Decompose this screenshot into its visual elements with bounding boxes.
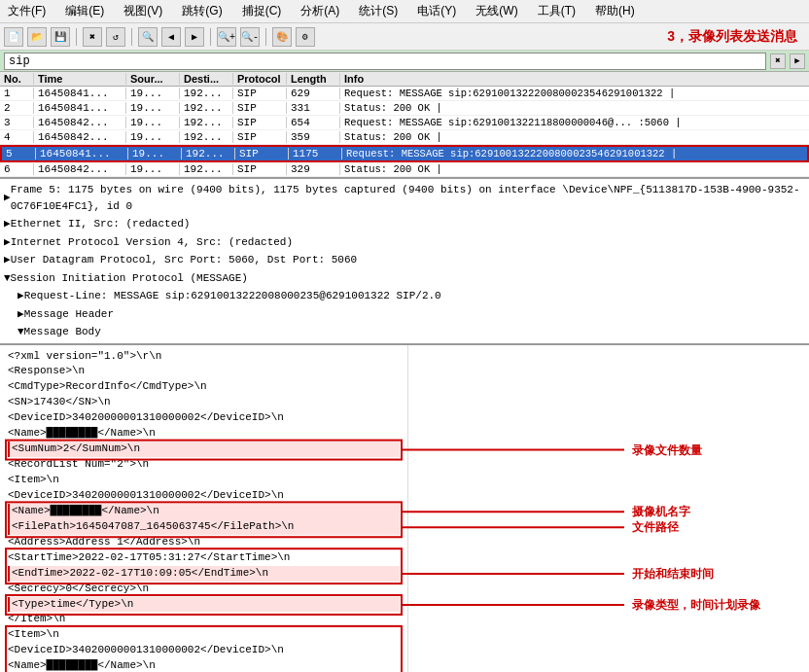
toolbar-colorize[interactable]: 🎨	[272, 27, 292, 47]
toolbar-prefs[interactable]: ⚙	[296, 27, 315, 47]
detail-toggle[interactable]: ▼	[4, 270, 11, 287]
detail-label: Message Header	[24, 306, 114, 323]
toolbar-sep2	[131, 28, 132, 46]
cell-src: 19...	[126, 102, 180, 114]
filter-clear[interactable]: ✖	[770, 53, 786, 69]
cell-info: Status: 200 OK |	[340, 102, 809, 114]
detail-label: Ethernet II, Src: (redacted)	[11, 216, 191, 232]
cell-no: 5	[2, 148, 36, 159]
detail-label: Session Initiation Protocol (MESSAGE)	[11, 270, 248, 287]
col-header-src: Sour...	[126, 73, 180, 85]
menu-help[interactable]: 帮助(H)	[591, 2, 639, 20]
cell-len: 1175	[289, 148, 342, 159]
annotations-side	[408, 345, 809, 673]
detail-label: Message Body	[24, 324, 101, 340]
xml-line: <Item>\n	[8, 627, 400, 643]
detail-row[interactable]: ▶ Ethernet II, Src: (redacted)	[4, 215, 805, 233]
filter-input[interactable]	[4, 53, 766, 70]
menu-capture[interactable]: 捕捉(C)	[238, 2, 286, 20]
menu-edit[interactable]: 编辑(E)	[61, 2, 108, 20]
detail-row[interactable]: ▶ User Datagram Protocol, Src Port: 5060…	[4, 251, 805, 269]
filter-bar: ✖ ▶	[0, 51, 809, 72]
toolbar-zoomout[interactable]: 🔍-	[240, 27, 260, 47]
cell-src: 19...	[126, 88, 180, 99]
table-row[interactable]: 1 16450841... 19... 192... SIP 629 Reque…	[0, 87, 809, 101]
detail-toggle[interactable]: ▶	[4, 306, 24, 323]
table-row[interactable]: 3 16450842... 19... 192... SIP 654 Reque…	[0, 116, 809, 130]
detail-row[interactable]: ▼ Message Body	[4, 323, 805, 341]
detail-toggle[interactable]: ▼	[4, 324, 24, 340]
cell-len: 331	[287, 102, 340, 114]
table-row[interactable]: 6 16450842... 19... 192... SIP 329 Statu…	[0, 162, 809, 177]
xml-line: <EndTime>2022-02-17T10:09:05</EndTime>\n	[8, 566, 400, 582]
col-header-proto: Protocol	[233, 73, 287, 85]
detail-row[interactable]: ▶ Internet Protocol Version 4, Src: (red…	[4, 233, 805, 252]
detail-row[interactable]: ▶ Request-Line: MESSAGE sip:629100132220…	[4, 287, 805, 305]
detail-toggle[interactable]: ▶	[4, 234, 11, 251]
detail-toggle[interactable]: ▶	[4, 288, 24, 304]
detail-row[interactable]: ▶ Frame 5: 1175 bytes on wire (9400 bits…	[4, 181, 805, 215]
xml-line: <SN>17430</SN>\n	[8, 395, 400, 410]
toolbar-next[interactable]: ▶	[185, 27, 204, 47]
menu-wireless[interactable]: 无线(W)	[472, 2, 521, 20]
toolbar-save[interactable]: 💾	[51, 27, 70, 47]
filter-apply[interactable]: ▶	[790, 53, 805, 69]
detail-toggle[interactable]: ▶	[4, 252, 11, 268]
xml-line: <Name>████████</Name>\n	[8, 504, 400, 519]
detail-toggle[interactable]: ▶	[4, 216, 11, 232]
toolbar-prev[interactable]: ◀	[161, 27, 181, 47]
xml-line: <Secrecy>0</Secrecy>\n	[8, 582, 400, 597]
xml-line: <SumNum>2</SumNum>\n	[8, 442, 400, 457]
detail-label: Internet Protocol Version 4, Src: (redac…	[11, 234, 293, 251]
xml-line: <DeviceID>34020000001310000002</DeviceID…	[8, 643, 400, 658]
cell-dst: 192...	[180, 163, 233, 175]
menu-goto[interactable]: 跳转(G)	[178, 2, 226, 20]
cell-len: 629	[287, 88, 340, 99]
menu-file[interactable]: 文件(F)	[4, 2, 50, 20]
col-header-time: Time	[34, 73, 126, 85]
xml-line: <DeviceID>34020000001310000002</DeviceID…	[8, 488, 400, 504]
detail-label: Request-Line: MESSAGE sip:62910013222008…	[24, 288, 441, 304]
toolbar-reload[interactable]: ↺	[106, 27, 125, 47]
menu-analyze[interactable]: 分析(A)	[297, 2, 343, 20]
cell-info: Request: MESSAGE sip:6291001322200800023…	[342, 148, 807, 159]
cell-dst: 192...	[182, 148, 235, 159]
cell-src: 19...	[126, 163, 180, 175]
menu-tools[interactable]: 工具(T)	[534, 2, 580, 20]
toolbar-open[interactable]: 📂	[27, 27, 47, 47]
cell-proto: SIP	[233, 131, 287, 143]
table-row[interactable]: 5 16450841... 19... 192... SIP 1175 Requ…	[0, 145, 809, 162]
toolbar-sep4	[265, 28, 266, 46]
cell-no: 4	[0, 131, 34, 143]
menu-phone[interactable]: 电话(Y)	[413, 2, 460, 20]
xml-line: <?xml version="1.0">\r\n	[8, 349, 400, 365]
cell-len: 359	[287, 131, 340, 143]
detail-toggle[interactable]: ▶	[4, 190, 11, 206]
menu-view[interactable]: 视图(V)	[120, 2, 166, 20]
cell-time: 16450841...	[34, 88, 126, 99]
toolbar-find[interactable]: 🔍	[138, 27, 158, 47]
menu-stats[interactable]: 统计(S)	[355, 2, 402, 20]
toolbar-new[interactable]: 📄	[4, 27, 23, 47]
table-row[interactable]: 2 16450841... 19... 192... SIP 331 Statu…	[0, 101, 809, 116]
title-annotation: 3，录像列表发送消息	[319, 28, 805, 46]
toolbar-sep1	[76, 28, 77, 46]
xml-line: <DeviceID>34020000001310000002</DeviceID…	[8, 410, 400, 426]
toolbar-zoomin[interactable]: 🔍+	[217, 27, 236, 47]
cell-src: 19...	[128, 148, 182, 159]
table-row[interactable]: 4 16450842... 19... 192... SIP 359 Statu…	[0, 130, 809, 145]
xml-line: <CmdType>RecordInfo</CmdType>\n	[8, 379, 400, 395]
packet-list-header: No. Time Sour... Desti... Protocol Lengt…	[0, 72, 809, 87]
cell-proto: SIP	[233, 117, 287, 128]
detail-row[interactable]: ▼ Session Initiation Protocol (MESSAGE)	[4, 269, 805, 288]
cell-proto: SIP	[233, 102, 287, 114]
packet-rows-container: 1 16450841... 19... 192... SIP 629 Reque…	[0, 87, 809, 177]
toolbar-close[interactable]: ✖	[83, 27, 102, 47]
cell-no: 3	[0, 117, 34, 128]
col-header-len: Length	[287, 73, 340, 85]
xml-line: <StartTime>2022-02-17T05:31:27</StartTim…	[8, 550, 400, 566]
detail-panel: ▶ Frame 5: 1175 bytes on wire (9400 bits…	[0, 179, 809, 345]
cell-info: Request: MESSAGE sip:6291001322118800000…	[340, 117, 809, 128]
xml-line: </Item>\n	[8, 612, 400, 627]
detail-row[interactable]: ▶ Message Header	[4, 305, 805, 324]
